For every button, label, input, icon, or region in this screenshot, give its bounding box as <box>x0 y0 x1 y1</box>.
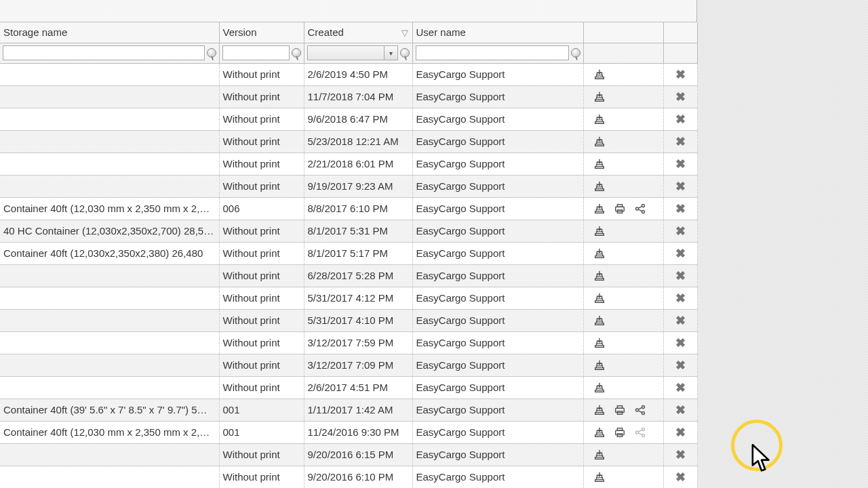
cell-user: EasyCargo Support <box>412 421 583 443</box>
print-icon[interactable] <box>613 403 627 417</box>
delete-icon[interactable]: ✖ <box>675 202 686 216</box>
delete-icon[interactable]: ✖ <box>675 180 686 193</box>
cell-storage: Container 40ft (12,030x2,350x2,380) 26,4… <box>0 242 219 264</box>
table-row[interactable]: Without print9/6/2018 6:47 PMEasyCargo S… <box>0 108 697 130</box>
cell-actions <box>583 197 663 220</box>
delete-icon[interactable]: ✖ <box>675 403 686 417</box>
load-icon[interactable] <box>593 448 606 462</box>
delete-icon[interactable]: ✖ <box>675 135 686 148</box>
table-row[interactable]: Without print9/20/2016 6:10 PMEasyCargo … <box>0 466 697 488</box>
table-row[interactable]: Container 40ft (39' 5.6" x 7' 8.5" x 7' … <box>0 399 697 421</box>
table-row[interactable]: Without print5/31/2017 4:10 PMEasyCargo … <box>0 309 697 331</box>
cell-delete: ✖ <box>663 264 697 287</box>
load-icon[interactable] <box>593 269 606 283</box>
cell-storage <box>0 287 219 309</box>
table-row[interactable]: Container 40ft (12,030 mm x 2,350 mm x 2… <box>0 197 697 220</box>
delete-icon[interactable]: ✖ <box>675 448 686 462</box>
load-icon[interactable] <box>593 426 606 439</box>
cell-version: Without print <box>219 376 304 399</box>
load-icon[interactable] <box>593 68 606 81</box>
share-icon[interactable] <box>633 426 647 439</box>
cell-created: 11/24/2016 9:30 PM <box>304 421 412 443</box>
load-icon[interactable] <box>593 470 606 484</box>
delete-icon[interactable]: ✖ <box>675 269 686 283</box>
load-icon[interactable] <box>593 90 606 104</box>
delete-icon[interactable]: ✖ <box>675 426 686 439</box>
col-version-header[interactable]: Version <box>219 22 304 43</box>
filter-pin-icon[interactable] <box>400 48 410 58</box>
load-icon[interactable] <box>593 314 606 327</box>
filter-pin-icon[interactable] <box>292 48 301 58</box>
cell-storage <box>0 175 219 197</box>
cell-created: 5/23/2018 12:21 AM <box>304 130 412 152</box>
cell-version: Without print <box>219 331 304 354</box>
load-icon[interactable] <box>593 202 606 216</box>
cell-actions <box>583 309 663 331</box>
cell-delete: ✖ <box>663 399 697 421</box>
table-row[interactable]: Without print9/19/2017 9:23 AMEasyCargo … <box>0 175 697 197</box>
load-icon[interactable] <box>593 291 606 305</box>
load-icon[interactable] <box>593 224 606 238</box>
load-icon[interactable] <box>593 157 606 171</box>
col-storage-header[interactable]: Storage name <box>0 22 219 43</box>
filter-pin-icon[interactable] <box>571 48 580 58</box>
delete-icon[interactable]: ✖ <box>675 359 686 372</box>
print-icon[interactable] <box>613 202 627 216</box>
table-row[interactable]: Without print3/12/2017 7:59 PMEasyCargo … <box>0 331 697 354</box>
table-row[interactable]: Without print6/28/2017 5:28 PMEasyCargo … <box>0 264 697 287</box>
col-delete-header <box>663 22 697 43</box>
delete-icon[interactable]: ✖ <box>675 381 686 394</box>
filter-created-datepicker[interactable]: ▾ <box>307 45 398 60</box>
header-row: Storage name Version Created ▽ User name <box>0 22 697 43</box>
delete-icon[interactable]: ✖ <box>675 247 686 260</box>
cell-actions <box>583 152 663 175</box>
delete-icon[interactable]: ✖ <box>675 224 686 238</box>
load-icon[interactable] <box>593 381 606 394</box>
table-row[interactable]: Without print2/6/2017 4:51 PMEasyCargo S… <box>0 376 697 399</box>
table-row[interactable]: Without print5/31/2017 4:12 PMEasyCargo … <box>0 287 697 309</box>
filter-pin-icon[interactable] <box>207 48 216 58</box>
table-row[interactable]: Without print5/23/2018 12:21 AMEasyCargo… <box>0 130 697 152</box>
dropdown-icon[interactable]: ▾ <box>384 46 397 60</box>
delete-icon[interactable]: ✖ <box>675 291 686 305</box>
table-row[interactable]: Without print3/12/2017 7:09 PMEasyCargo … <box>0 354 697 376</box>
cell-delete: ✖ <box>663 287 697 309</box>
table-row[interactable]: Without print11/7/2018 7:04 PMEasyCargo … <box>0 85 697 108</box>
share-icon[interactable] <box>633 202 647 216</box>
table-row[interactable]: Container 40ft (12,030 mm x 2,350 mm x 2… <box>0 421 697 443</box>
load-icon[interactable] <box>593 135 606 148</box>
table-row[interactable]: Container 40ft (12,030x2,350x2,380) 26,4… <box>0 242 697 264</box>
load-icon[interactable] <box>593 403 606 417</box>
filter-version-input[interactable] <box>222 45 290 60</box>
print-icon[interactable] <box>613 426 627 439</box>
load-icon[interactable] <box>593 180 606 193</box>
load-icon[interactable] <box>593 359 606 372</box>
col-created-header[interactable]: Created ▽ <box>304 22 412 43</box>
cell-user: EasyCargo Support <box>412 85 583 108</box>
delete-icon[interactable]: ✖ <box>675 157 686 171</box>
table-row[interactable]: 40 HC Container (12,030x2,350x2,700) 28,… <box>0 220 697 242</box>
delete-icon[interactable]: ✖ <box>675 470 686 484</box>
filter-user-input[interactable] <box>416 45 569 60</box>
cell-version: Without print <box>219 85 304 108</box>
delete-icon[interactable]: ✖ <box>675 314 686 327</box>
table-row[interactable]: Without print2/6/2019 4:50 PMEasyCargo S… <box>0 63 697 85</box>
load-icon[interactable] <box>593 336 606 350</box>
load-icon[interactable] <box>593 113 606 126</box>
delete-icon[interactable]: ✖ <box>675 336 686 350</box>
cell-delete: ✖ <box>663 443 697 466</box>
filter-storage-input[interactable] <box>3 45 205 60</box>
delete-icon[interactable]: ✖ <box>675 68 686 81</box>
table-row[interactable]: Without print9/20/2016 6:15 PMEasyCargo … <box>0 443 697 466</box>
cell-actions <box>583 331 663 354</box>
table-row[interactable]: Without print2/21/2018 6:01 PMEasyCargo … <box>0 152 697 175</box>
col-user-header[interactable]: User name <box>412 22 583 43</box>
cell-delete: ✖ <box>663 242 697 264</box>
cell-user: EasyCargo Support <box>412 376 583 399</box>
load-icon[interactable] <box>593 247 606 260</box>
cell-version: 001 <box>219 421 304 443</box>
cell-created: 9/6/2018 6:47 PM <box>304 108 412 130</box>
share-icon[interactable] <box>633 403 647 417</box>
delete-icon[interactable]: ✖ <box>675 90 686 104</box>
delete-icon[interactable]: ✖ <box>675 113 686 126</box>
